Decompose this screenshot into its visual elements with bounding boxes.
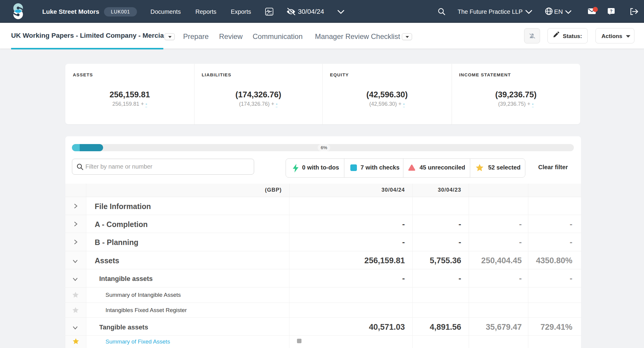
svg-text:?: ? xyxy=(610,9,613,13)
